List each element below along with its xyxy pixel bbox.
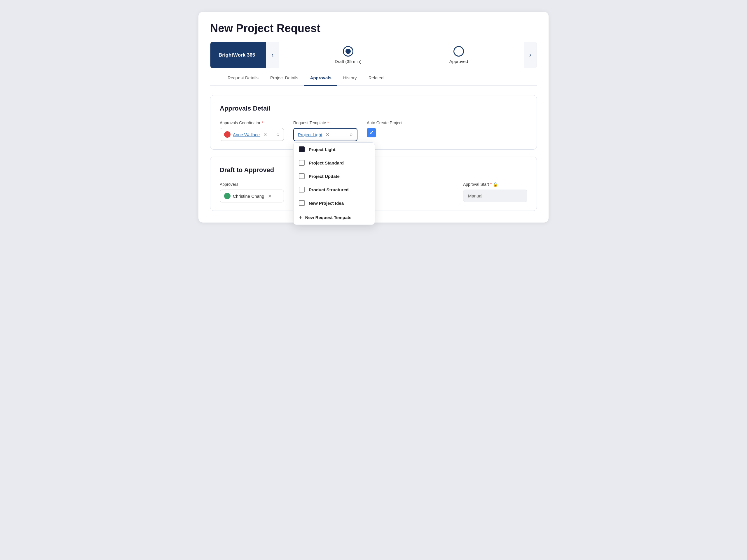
approvals-detail-title: Approvals Detail xyxy=(220,105,527,112)
auto-create-checkbox[interactable] xyxy=(367,128,376,137)
project-standard-label: Project Standard xyxy=(309,160,344,165)
step-draft-label: Draft (35 min) xyxy=(335,59,362,64)
coordinator-value[interactable]: Anne Wallace xyxy=(233,132,260,137)
coordinator-input[interactable]: Anne Wallace ✕ ○ xyxy=(220,128,284,141)
progress-next-button[interactable]: › xyxy=(524,42,537,68)
project-light-checkbox[interactable] xyxy=(299,146,305,152)
approver-avatar xyxy=(224,193,231,199)
template-search-icon[interactable]: ○ xyxy=(350,132,353,138)
approvers-field-group: Approvers Christine Chang ✕ xyxy=(220,182,284,203)
template-required: * xyxy=(327,121,329,125)
approvers-input[interactable]: Christine Chang ✕ xyxy=(220,190,284,203)
coordinator-field-group: Approvals Coordinator * Anne Wallace ✕ ○ xyxy=(220,121,284,141)
new-project-idea-label: New Project Idea xyxy=(309,201,344,206)
project-standard-checkbox[interactable] xyxy=(299,160,305,166)
approval-start-required: * xyxy=(490,182,492,187)
approver-clear-button[interactable]: ✕ xyxy=(268,193,272,199)
progress-bar: BrightWork 365 ‹ Draft (35 min) Approved… xyxy=(210,42,537,68)
coordinator-avatar xyxy=(224,131,231,138)
coordinator-search-icon[interactable]: ○ xyxy=(276,132,280,138)
dropdown-add-new-row[interactable]: + New Request Tempate xyxy=(293,210,375,224)
step-approved: Approved xyxy=(449,46,468,64)
dropdown-add-label: New Request Tempate xyxy=(305,215,352,220)
step-approved-label: Approved xyxy=(449,59,468,64)
dropdown-item-new-project-idea[interactable]: New Project Idea xyxy=(293,196,375,210)
tab-history[interactable]: History xyxy=(337,71,363,86)
progress-steps: Draft (35 min) Approved xyxy=(279,42,523,68)
new-project-idea-checkbox[interactable] xyxy=(299,200,305,206)
template-label: Request Template * xyxy=(293,121,357,125)
approvers-label: Approvers xyxy=(220,182,284,187)
brand-label: BrightWork 365 xyxy=(210,42,266,68)
approval-start-field-group: Approval Start * 🔒 Manual xyxy=(463,182,527,202)
auto-create-label: Auto Create Project xyxy=(367,121,431,125)
tabs-row: Request Details Project Details Approval… xyxy=(210,71,537,86)
step-draft: Draft (35 min) xyxy=(335,46,362,64)
progress-prev-button[interactable]: ‹ xyxy=(266,42,279,68)
tab-related[interactable]: Related xyxy=(363,71,390,86)
coordinator-required: * xyxy=(261,121,263,125)
tab-project-details[interactable]: Project Details xyxy=(264,71,304,86)
template-clear-button[interactable]: ✕ xyxy=(326,132,330,137)
step-approved-circle xyxy=(454,46,464,57)
approval-start-value: Manual xyxy=(463,190,527,202)
page-header: New Project Request BrightWork 365 ‹ Dra… xyxy=(199,12,548,86)
approvals-detail-fields: Approvals Coordinator * Anne Wallace ✕ ○… xyxy=(220,121,527,141)
tab-approvals[interactable]: Approvals xyxy=(304,71,337,86)
dropdown-item-product-structured[interactable]: Product Structured xyxy=(293,183,375,196)
project-update-checkbox[interactable] xyxy=(299,173,305,179)
dropdown-item-project-update[interactable]: Project Update xyxy=(293,169,375,183)
dropdown-item-project-light[interactable]: Project Light xyxy=(293,143,375,156)
approver-name: Christine Chang xyxy=(233,194,264,198)
product-structured-label: Product Structured xyxy=(309,187,349,192)
template-dropdown-menu: Project Light Project Standard Project U… xyxy=(293,142,375,225)
dropdown-item-project-standard[interactable]: Project Standard xyxy=(293,156,375,169)
add-plus-icon: + xyxy=(299,214,302,221)
main-card: New Project Request BrightWork 365 ‹ Dra… xyxy=(199,12,548,222)
page-title: New Project Request xyxy=(210,22,537,35)
main-content: Approvals Detail Approvals Coordinator *… xyxy=(199,86,548,222)
project-light-label: Project Light xyxy=(309,147,336,152)
template-field-group: Request Template * Project Light ✕ ○ Pro… xyxy=(293,121,357,141)
auto-create-field-group: Auto Create Project xyxy=(367,121,431,137)
coordinator-label: Approvals Coordinator * xyxy=(220,121,284,125)
template-input[interactable]: Project Light ✕ ○ xyxy=(293,128,357,141)
tab-request-details[interactable]: Request Details xyxy=(222,71,264,86)
approval-start-label: Approval Start * 🔒 xyxy=(463,182,527,187)
project-update-label: Project Update xyxy=(309,174,340,179)
template-value[interactable]: Project Light xyxy=(298,132,322,137)
lock-icon: 🔒 xyxy=(493,182,498,187)
coordinator-clear-button[interactable]: ✕ xyxy=(263,132,267,137)
approvals-detail-card: Approvals Detail Approvals Coordinator *… xyxy=(210,95,537,150)
step-draft-circle xyxy=(343,46,353,57)
product-structured-checkbox[interactable] xyxy=(299,187,305,192)
